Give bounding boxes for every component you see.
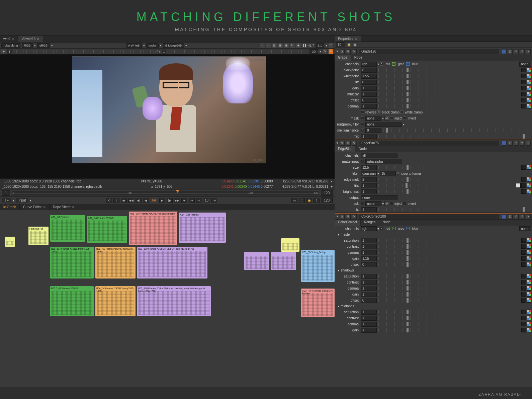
param-slider[interactable]: [378, 316, 520, 320]
section-head[interactable]: midtones: [335, 303, 532, 309]
undo-icon[interactable]: ↶: [514, 141, 519, 146]
blue-checkbox[interactable]: [406, 62, 410, 66]
backdrop-node[interactable]: [281, 238, 299, 252]
green-checkbox[interactable]: [392, 62, 395, 66]
step-size[interactable]: 10: [203, 198, 210, 203]
rgba-split-icon[interactable]: [527, 238, 531, 243]
param-value[interactable]: 1: [361, 310, 377, 315]
channel-dropdown[interactable]: rgba.alpha: [1, 43, 20, 48]
param-slider[interactable]: [378, 184, 514, 187]
center-node-icon[interactable]: ◎: [340, 49, 345, 54]
param-value[interactable]: rgba.alpha: [365, 159, 402, 164]
center-node-icon[interactable]: ◎: [340, 214, 345, 219]
gamma-value[interactable]: 1: [162, 50, 166, 54]
close-panel-icon[interactable]: ✕: [526, 49, 531, 54]
backdrop-node[interactable]: C02_(TV Closing)_SetUp 272 Frames: [301, 289, 335, 317]
backdrop-node[interactable]: A01_ 60 Frames: [50, 215, 85, 242]
mask-dropdown[interactable]: none: [365, 116, 381, 121]
color-swatch[interactable]: [521, 165, 526, 170]
invert-checkbox[interactable]: [403, 116, 406, 120]
float-icon[interactable]: ◱: [508, 49, 513, 54]
backdrop-node[interactable]: B04_54 Frames *DONE from (1513-1585): [95, 286, 136, 316]
backdrop-node[interactable]: C01_(TV Intro)_SetUp: [301, 250, 335, 282]
rgba-split-icon[interactable]: [527, 292, 531, 297]
rgba-split-icon[interactable]: [527, 256, 531, 261]
param-slider[interactable]: [378, 92, 520, 96]
param-value[interactable]: 0: [361, 80, 377, 85]
unpremult-dropdown[interactable]: none: [365, 122, 402, 127]
param-slider[interactable]: [378, 166, 520, 169]
rgba-split-icon[interactable]: [527, 298, 531, 303]
enable-checkbox[interactable]: [361, 160, 364, 163]
param-value[interactable]: 1: [361, 104, 377, 109]
float-icon[interactable]: ◱: [508, 141, 513, 146]
knob-icon[interactable]: ⎘: [346, 214, 351, 219]
step-back-icon[interactable]: ◀|: [136, 198, 142, 203]
wand-icon[interactable]: ✎: [323, 49, 327, 54]
backdrop-node[interactable]: Final Out Put: [28, 227, 49, 245]
panel-tab[interactable]: Ranges: [361, 220, 379, 226]
color-swatch[interactable]: [521, 238, 526, 243]
panel-count[interactable]: 10: [336, 42, 345, 47]
channels-dropdown[interactable]: rgb: [361, 226, 377, 231]
color-swatch[interactable]: [521, 292, 526, 297]
param-slider[interactable]: [378, 263, 520, 266]
backdrop-node[interactable]: B03.5_41 Frames *DONE: [50, 286, 94, 316]
panel-tab[interactable]: Node: [355, 146, 370, 152]
close-panel-icon[interactable]: ✕: [526, 141, 531, 146]
param-slider[interactable]: [378, 281, 520, 284]
panel-tab[interactable]: Grade: [335, 55, 351, 61]
color-swatch[interactable]: [521, 316, 526, 320]
channels-none[interactable]: none: [519, 62, 531, 67]
first-frame-icon[interactable]: I: [113, 198, 119, 203]
grid-icon[interactable]: ▦: [278, 43, 283, 48]
color-swatch[interactable]: [521, 274, 526, 278]
backdrop-node[interactable]: [244, 252, 269, 270]
param-value[interactable]: 1: [361, 286, 377, 291]
crop-checkbox[interactable]: [396, 172, 400, 175]
param-slider[interactable]: [378, 178, 520, 181]
wand-icon[interactable]: ✎: [352, 49, 357, 54]
param-slider[interactable]: [378, 245, 520, 248]
node-name[interactable]: EdgeBlur75: [359, 141, 499, 146]
timeline[interactable]: 1 1 50 100 120 120: [0, 189, 335, 196]
tab-node-graph[interactable]: le Graph: [0, 204, 20, 210]
rgba-split-icon[interactable]: [527, 183, 531, 188]
backdrop-node[interactable]: A03_ 357 Frames *DONE *ex clipboardshift: [129, 212, 177, 245]
param-value[interactable]: 1.15: [361, 256, 377, 261]
a-input-dropdown[interactable]: A Write5: [126, 43, 142, 48]
wand-icon[interactable]: ✎: [352, 141, 357, 146]
param-value[interactable]: 0: [361, 98, 377, 103]
wand-icon[interactable]: ✎: [352, 214, 357, 219]
color-swatch[interactable]: [521, 328, 526, 332]
param-slider[interactable]: [378, 80, 520, 84]
redo-icon[interactable]: ↷: [520, 141, 525, 146]
rgba-split-icon[interactable]: [527, 92, 531, 96]
gain-value[interactable]: 1: [7, 50, 12, 54]
panel-tab[interactable]: EdgeBlur: [335, 146, 355, 152]
close-icon[interactable]: ✕: [37, 37, 39, 41]
param-slider[interactable]: [378, 68, 520, 72]
wipe-crosshair[interactable]: [169, 115, 173, 119]
overscan-icon[interactable]: ▣: [284, 43, 289, 48]
param-value[interactable]: 1: [361, 250, 377, 255]
color-swatch[interactable]: [521, 280, 526, 285]
roi-icon[interactable]: ▭: [260, 43, 265, 48]
clip-icon[interactable]: ▭: [266, 43, 271, 48]
param-slider[interactable]: [378, 251, 520, 254]
param-slider[interactable]: [378, 74, 520, 78]
wipe-op-dropdown[interactable]: under: [146, 43, 159, 48]
param-value[interactable]: 1: [361, 244, 377, 249]
color-swatch[interactable]: [521, 322, 526, 326]
properties-tab[interactable]: Properties✕: [335, 36, 361, 42]
rgba-split-icon[interactable]: [527, 286, 531, 291]
color-swatch[interactable]: [521, 250, 526, 255]
rgba-split-icon[interactable]: [527, 316, 531, 320]
red-checkbox[interactable]: [380, 62, 383, 66]
out-frame[interactable]: 120: [321, 190, 333, 196]
param-value[interactable]: 1: [361, 183, 377, 188]
backdrop-node[interactable]: B03_129 Frames *COLOR SET UP from (1345-…: [137, 247, 207, 278]
param-extra[interactable]: 15: [380, 171, 396, 176]
param-value[interactable]: 1: [361, 292, 377, 297]
channels-none[interactable]: none: [519, 226, 531, 231]
